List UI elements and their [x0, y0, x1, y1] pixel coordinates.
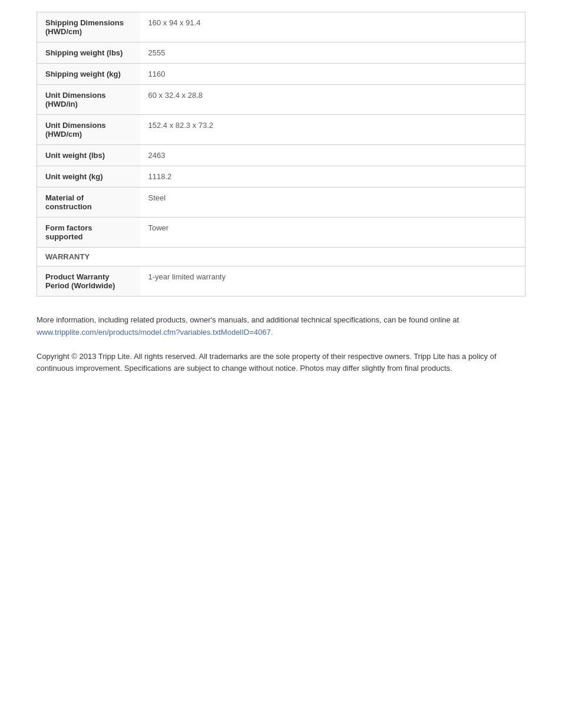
warranty-value: 1-year limited warranty: [140, 266, 525, 297]
spec-value: 2463: [140, 145, 525, 166]
spec-label: Form factors supported: [37, 218, 140, 248]
spec-value: 2555: [140, 42, 525, 64]
copyright-text: Copyright © 2013 Tripp Lite. All rights …: [37, 351, 525, 375]
table-row: Unit weight (kg)1118.2: [37, 166, 525, 187]
table-row: Shipping Dimensions (HWD/cm)160 x 94 x 9…: [37, 12, 525, 42]
spec-label: Material of construction: [37, 187, 140, 218]
more-info-text: More information, including related prod…: [37, 315, 459, 324]
table-row: Material of constructionSteel: [37, 187, 525, 218]
page-container: Shipping Dimensions (HWD/cm)160 x 94 x 9…: [19, 12, 543, 375]
spec-label: Unit weight (kg): [37, 166, 140, 187]
spec-value: 1118.2: [140, 166, 525, 187]
more-info-link[interactable]: www.tripplite.com/en/products/model.cfm?…: [37, 328, 273, 337]
spec-label: Shipping weight (lbs): [37, 42, 140, 64]
specs-table: Shipping Dimensions (HWD/cm)160 x 94 x 9…: [37, 12, 525, 297]
spec-value: 160 x 94 x 91.4: [140, 12, 525, 42]
spec-value: 60 x 32.4 x 28.8: [140, 85, 525, 115]
table-row: Unit weight (lbs)2463: [37, 145, 525, 166]
spec-label: Unit Dimensions (HWD/cm): [37, 115, 140, 145]
spec-label: Shipping Dimensions (HWD/cm): [37, 12, 140, 42]
table-row: Unit Dimensions (HWD/cm)152.4 x 82.3 x 7…: [37, 115, 525, 145]
spec-value: 1160: [140, 64, 525, 85]
spec-value: Steel: [140, 187, 525, 218]
table-row: Shipping weight (kg)1160: [37, 64, 525, 85]
table-row: Form factors supportedTower: [37, 218, 525, 248]
spec-label: Unit weight (lbs): [37, 145, 140, 166]
spec-value: 152.4 x 82.3 x 73.2: [140, 115, 525, 145]
warranty-label: Product Warranty Period (Worldwide): [37, 266, 140, 297]
spec-value: Tower: [140, 218, 525, 248]
table-row: Shipping weight (lbs)2555: [37, 42, 525, 64]
spec-label: Shipping weight (kg): [37, 64, 140, 85]
warranty-header-row: WARRANTY: [37, 248, 525, 266]
warranty-row: Product Warranty Period (Worldwide)1-yea…: [37, 266, 525, 297]
warranty-header-label: WARRANTY: [37, 248, 525, 266]
table-row: Unit Dimensions (HWD/in)60 x 32.4 x 28.8: [37, 85, 525, 115]
more-info-paragraph: More information, including related prod…: [37, 314, 525, 339]
spec-label: Unit Dimensions (HWD/in): [37, 85, 140, 115]
